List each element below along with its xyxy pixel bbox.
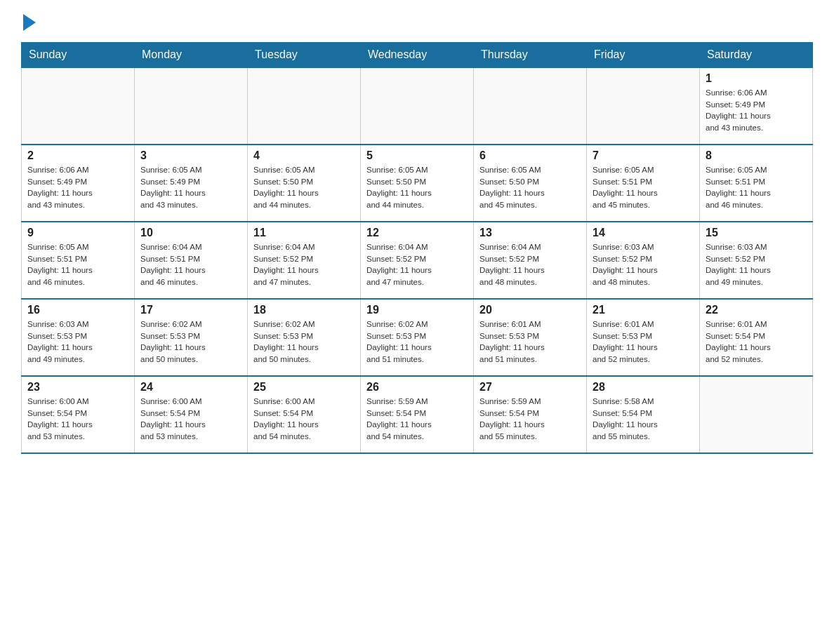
day-info: Sunrise: 6:03 AM Sunset: 5:52 PM Dayligh… — [706, 241, 807, 288]
calendar-cell: 16Sunrise: 6:03 AM Sunset: 5:53 PM Dayli… — [22, 299, 135, 376]
calendar-cell — [474, 67, 587, 145]
weekday-header-row: SundayMondayTuesdayWednesdayThursdayFrid… — [22, 43, 813, 68]
calendar-cell — [248, 67, 361, 145]
weekday-header-wednesday: Wednesday — [361, 43, 474, 68]
calendar-cell: 4Sunrise: 6:05 AM Sunset: 5:50 PM Daylig… — [248, 145, 361, 222]
day-info: Sunrise: 6:05 AM Sunset: 5:51 PM Dayligh… — [593, 164, 694, 211]
day-number: 14 — [593, 227, 694, 239]
page-header — [21, 14, 813, 31]
day-number: 8 — [706, 149, 807, 162]
calendar-cell: 13Sunrise: 6:04 AM Sunset: 5:52 PM Dayli… — [474, 222, 587, 299]
day-info: Sunrise: 6:04 AM Sunset: 5:52 PM Dayligh… — [479, 241, 581, 288]
calendar-cell: 27Sunrise: 5:59 AM Sunset: 5:54 PM Dayli… — [474, 376, 587, 453]
day-number: 2 — [27, 149, 128, 162]
calendar-cell: 28Sunrise: 5:58 AM Sunset: 5:54 PM Dayli… — [587, 376, 700, 453]
day-number: 11 — [253, 227, 355, 239]
day-info: Sunrise: 6:01 AM Sunset: 5:53 PM Dayligh… — [593, 318, 694, 365]
calendar-week-row: 2Sunrise: 6:06 AM Sunset: 5:49 PM Daylig… — [22, 145, 813, 222]
calendar-cell: 20Sunrise: 6:01 AM Sunset: 5:53 PM Dayli… — [474, 299, 587, 376]
weekday-header-saturday: Saturday — [700, 43, 813, 68]
day-info: Sunrise: 6:05 AM Sunset: 5:50 PM Dayligh… — [479, 164, 581, 211]
calendar-cell: 21Sunrise: 6:01 AM Sunset: 5:53 PM Dayli… — [587, 299, 700, 376]
weekday-header-monday: Monday — [135, 43, 248, 68]
day-number: 26 — [366, 381, 468, 394]
calendar-cell: 26Sunrise: 5:59 AM Sunset: 5:54 PM Dayli… — [361, 376, 474, 453]
day-info: Sunrise: 6:00 AM Sunset: 5:54 PM Dayligh… — [27, 396, 128, 443]
day-number: 12 — [366, 227, 468, 239]
day-number: 4 — [253, 149, 355, 162]
weekday-header-tuesday: Tuesday — [248, 43, 361, 68]
calendar-cell: 3Sunrise: 6:05 AM Sunset: 5:49 PM Daylig… — [135, 145, 248, 222]
calendar-week-row: 16Sunrise: 6:03 AM Sunset: 5:53 PM Dayli… — [22, 299, 813, 376]
day-info: Sunrise: 6:00 AM Sunset: 5:54 PM Dayligh… — [253, 396, 355, 443]
calendar-table: SundayMondayTuesdayWednesdayThursdayFrid… — [21, 42, 813, 454]
calendar-cell: 15Sunrise: 6:03 AM Sunset: 5:52 PM Dayli… — [700, 222, 813, 299]
day-number: 18 — [253, 304, 355, 316]
day-info: Sunrise: 6:03 AM Sunset: 5:53 PM Dayligh… — [27, 318, 128, 365]
calendar-cell — [135, 67, 248, 145]
calendar-cell: 2Sunrise: 6:06 AM Sunset: 5:49 PM Daylig… — [22, 145, 135, 222]
day-number: 5 — [366, 149, 468, 162]
calendar-cell: 5Sunrise: 6:05 AM Sunset: 5:50 PM Daylig… — [361, 145, 474, 222]
day-info: Sunrise: 6:01 AM Sunset: 5:54 PM Dayligh… — [706, 318, 807, 365]
calendar-cell: 12Sunrise: 6:04 AM Sunset: 5:52 PM Dayli… — [361, 222, 474, 299]
day-info: Sunrise: 6:04 AM Sunset: 5:52 PM Dayligh… — [366, 241, 468, 288]
calendar-cell: 23Sunrise: 6:00 AM Sunset: 5:54 PM Dayli… — [22, 376, 135, 453]
day-number: 23 — [27, 381, 128, 394]
day-number: 27 — [479, 381, 581, 394]
day-info: Sunrise: 6:04 AM Sunset: 5:51 PM Dayligh… — [140, 241, 241, 288]
day-number: 19 — [366, 304, 468, 316]
calendar-cell: 10Sunrise: 6:04 AM Sunset: 5:51 PM Dayli… — [135, 222, 248, 299]
day-info: Sunrise: 5:59 AM Sunset: 5:54 PM Dayligh… — [479, 396, 581, 443]
calendar-cell: 14Sunrise: 6:03 AM Sunset: 5:52 PM Dayli… — [587, 222, 700, 299]
day-number: 3 — [140, 149, 241, 162]
calendar-cell: 17Sunrise: 6:02 AM Sunset: 5:53 PM Dayli… — [135, 299, 248, 376]
logo — [21, 14, 36, 31]
day-info: Sunrise: 6:02 AM Sunset: 5:53 PM Dayligh… — [366, 318, 468, 365]
day-number: 17 — [140, 304, 241, 316]
calendar-cell: 25Sunrise: 6:00 AM Sunset: 5:54 PM Dayli… — [248, 376, 361, 453]
day-number: 24 — [140, 381, 241, 394]
calendar-cell: 8Sunrise: 6:05 AM Sunset: 5:51 PM Daylig… — [700, 145, 813, 222]
day-info: Sunrise: 6:01 AM Sunset: 5:53 PM Dayligh… — [479, 318, 581, 365]
calendar-cell: 19Sunrise: 6:02 AM Sunset: 5:53 PM Dayli… — [361, 299, 474, 376]
calendar-week-row: 9Sunrise: 6:05 AM Sunset: 5:51 PM Daylig… — [22, 222, 813, 299]
day-number: 1 — [706, 72, 807, 85]
day-info: Sunrise: 6:06 AM Sunset: 5:49 PM Dayligh… — [27, 164, 128, 211]
weekday-header-friday: Friday — [587, 43, 700, 68]
calendar-cell: 9Sunrise: 6:05 AM Sunset: 5:51 PM Daylig… — [22, 222, 135, 299]
calendar-cell: 1Sunrise: 6:06 AM Sunset: 5:49 PM Daylig… — [700, 67, 813, 145]
day-number: 7 — [593, 149, 694, 162]
day-number: 16 — [27, 304, 128, 316]
day-number: 9 — [27, 227, 128, 239]
day-info: Sunrise: 6:06 AM Sunset: 5:49 PM Dayligh… — [706, 87, 807, 134]
calendar-week-row: 23Sunrise: 6:00 AM Sunset: 5:54 PM Dayli… — [22, 376, 813, 453]
day-number: 6 — [479, 149, 581, 162]
calendar-cell: 7Sunrise: 6:05 AM Sunset: 5:51 PM Daylig… — [587, 145, 700, 222]
calendar-cell — [361, 67, 474, 145]
calendar-week-row: 1Sunrise: 6:06 AM Sunset: 5:49 PM Daylig… — [22, 67, 813, 145]
calendar-cell: 22Sunrise: 6:01 AM Sunset: 5:54 PM Dayli… — [700, 299, 813, 376]
day-number: 10 — [140, 227, 241, 239]
calendar-cell — [22, 67, 135, 145]
calendar-cell: 6Sunrise: 6:05 AM Sunset: 5:50 PM Daylig… — [474, 145, 587, 222]
day-info: Sunrise: 5:59 AM Sunset: 5:54 PM Dayligh… — [366, 396, 468, 443]
weekday-header-thursday: Thursday — [474, 43, 587, 68]
day-number: 28 — [593, 381, 694, 394]
calendar-cell — [587, 67, 700, 145]
weekday-header-sunday: Sunday — [22, 43, 135, 68]
logo-triangle-icon — [23, 14, 36, 31]
day-number: 22 — [706, 304, 807, 316]
calendar-cell: 11Sunrise: 6:04 AM Sunset: 5:52 PM Dayli… — [248, 222, 361, 299]
day-number: 20 — [479, 304, 581, 316]
day-info: Sunrise: 6:05 AM Sunset: 5:51 PM Dayligh… — [27, 241, 128, 288]
day-info: Sunrise: 6:02 AM Sunset: 5:53 PM Dayligh… — [253, 318, 355, 365]
calendar-cell: 18Sunrise: 6:02 AM Sunset: 5:53 PM Dayli… — [248, 299, 361, 376]
day-info: Sunrise: 6:04 AM Sunset: 5:52 PM Dayligh… — [253, 241, 355, 288]
day-number: 21 — [593, 304, 694, 316]
day-info: Sunrise: 6:05 AM Sunset: 5:50 PM Dayligh… — [253, 164, 355, 211]
day-info: Sunrise: 6:05 AM Sunset: 5:50 PM Dayligh… — [366, 164, 468, 211]
day-info: Sunrise: 6:00 AM Sunset: 5:54 PM Dayligh… — [140, 396, 241, 443]
day-number: 25 — [253, 381, 355, 394]
calendar-cell — [700, 376, 813, 453]
